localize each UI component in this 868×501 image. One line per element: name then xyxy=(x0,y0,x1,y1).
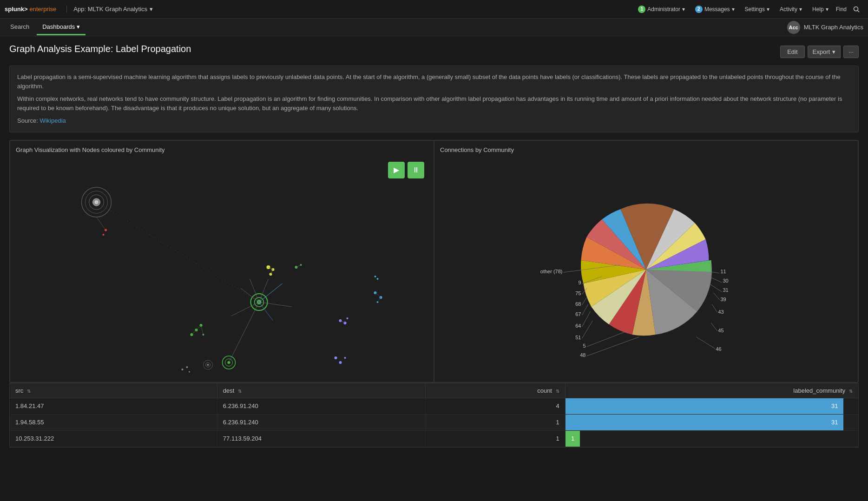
more-button[interactable]: ··· xyxy=(843,46,859,58)
cell-count: 1 xyxy=(426,414,565,430)
cell-src: 10.253.31.222 xyxy=(10,430,217,447)
svg-line-67 xyxy=(697,337,715,349)
source-prefix: Source: xyxy=(17,117,39,124)
pause-icon: ⏸ xyxy=(412,166,420,174)
find-search-button[interactable] xyxy=(849,4,863,14)
pie-label-45: 45 xyxy=(718,328,724,333)
dashboards-tab-arrow: ▾ xyxy=(77,23,80,30)
svg-line-69 xyxy=(587,330,630,347)
pie-label-46: 46 xyxy=(716,346,722,352)
splunk-logo[interactable]: splunk> enterprise xyxy=(5,6,56,13)
svg-rect-2 xyxy=(59,158,385,376)
messages-badge: 2 xyxy=(695,6,703,13)
pie-label-48: 48 xyxy=(580,352,585,358)
col-src[interactable]: src ⇅ xyxy=(10,383,217,398)
svg-point-55 xyxy=(182,369,184,370)
graph-visualization[interactable] xyxy=(16,158,428,376)
svg-point-53 xyxy=(207,364,209,366)
pie-panel-title: Connections by Community xyxy=(440,146,852,153)
svg-point-38 xyxy=(377,278,379,280)
pie-label-75: 75 xyxy=(575,290,581,296)
cell-dest: 6.236.91.240 xyxy=(217,414,425,430)
activity-label: Activity xyxy=(780,6,797,13)
admin-menu-button[interactable]: 1 Administrator ▾ xyxy=(633,3,690,16)
pie-label-9: 9 xyxy=(578,280,581,285)
messages-menu-button[interactable]: 2 Messages ▾ xyxy=(690,3,739,16)
settings-menu-button[interactable]: Settings ▾ xyxy=(740,3,774,15)
table-row: 1.94.58.556.236.91.240131 xyxy=(10,414,858,430)
svg-point-37 xyxy=(375,276,376,277)
avatar: Acc xyxy=(787,21,800,34)
settings-arrow: ▾ xyxy=(767,6,769,13)
svg-point-0 xyxy=(854,7,858,11)
description-para1: Label propagation is a semi-supervised m… xyxy=(17,73,851,91)
pie-label-67: 67 xyxy=(575,311,581,317)
svg-line-64 xyxy=(714,293,720,300)
description-para2: Within complex networks, real networks t… xyxy=(17,94,851,112)
svg-point-50 xyxy=(344,357,346,359)
cell-count: 4 xyxy=(426,398,565,414)
messages-arrow: ▾ xyxy=(732,6,735,13)
pie-panel: Connections by Community xyxy=(434,140,858,382)
help-menu-button[interactable]: Help ▾ xyxy=(808,3,833,15)
svg-point-49 xyxy=(339,361,342,364)
sort-count-icon: ⇅ xyxy=(556,389,559,394)
export-arrow-icon: ▾ xyxy=(832,48,835,55)
help-arrow: ▾ xyxy=(826,6,829,13)
pie-label-43: 43 xyxy=(718,309,724,315)
admin-badge: 1 xyxy=(638,6,645,13)
svg-point-57 xyxy=(189,371,190,372)
svg-point-48 xyxy=(335,356,337,359)
sub-navbar: Search Dashboards ▾ Acc MLTK Graph Analy… xyxy=(0,19,868,36)
svg-line-61 xyxy=(711,272,720,273)
splunk-enterprise-text: enterprise xyxy=(30,6,57,13)
cell-src: 1.94.58.55 xyxy=(10,414,217,430)
app-name-label: App: MLTK Graph Analytics xyxy=(73,6,147,13)
graph-controls: ▶ ⏸ xyxy=(388,162,424,178)
edit-button[interactable]: Edit xyxy=(780,46,804,58)
admin-arrow: ▾ xyxy=(682,6,685,13)
activity-menu-button[interactable]: Activity ▾ xyxy=(775,3,807,15)
pie-label-39: 39 xyxy=(721,297,726,302)
table-row: 10.253.31.22277.113.59.20411 xyxy=(10,430,858,447)
col-community[interactable]: labeled_community ⇅ xyxy=(565,383,858,398)
cell-count: 1 xyxy=(426,430,565,447)
export-button-label: Export xyxy=(813,48,830,55)
description-source: Source: Wikipedia xyxy=(17,116,851,125)
wikipedia-link[interactable]: Wikipedia xyxy=(39,117,66,124)
panel-grid: Graph Visualization with Nodes coloured … xyxy=(9,140,859,383)
cell-community: 31 xyxy=(565,414,858,430)
page-title: Graph Analysis Example: Label Propagatio… xyxy=(9,44,191,54)
sort-src-icon: ⇅ xyxy=(27,389,31,394)
play-icon: ▶ xyxy=(394,165,399,174)
pie-panel-content: 11 30 31 39 43 45 46 48 xyxy=(440,158,852,376)
nav-right-group: 1 Administrator ▾ 2 Messages ▾ Settings … xyxy=(633,3,863,16)
col-dest[interactable]: dest ⇅ xyxy=(217,383,425,398)
play-button[interactable]: ▶ xyxy=(388,162,405,178)
search-tab[interactable]: Search xyxy=(5,20,35,35)
messages-label: Messages xyxy=(704,6,730,13)
dashboards-tab[interactable]: Dashboards ▾ xyxy=(37,20,85,35)
splunk-brand-text: splunk> xyxy=(5,6,28,13)
help-label: Help xyxy=(812,6,824,13)
sort-dest-icon: ⇅ xyxy=(238,389,242,394)
dashboards-tab-label: Dashboards xyxy=(42,23,75,30)
app-title-label: MLTK Graph Analytics xyxy=(804,24,863,31)
export-button[interactable]: Export ▾ xyxy=(808,46,841,58)
pause-button[interactable]: ⏸ xyxy=(408,162,424,178)
cell-dest: 77.113.59.204 xyxy=(217,430,425,447)
app-name-arrow: ▾ xyxy=(150,6,153,13)
cell-src: 1.84.21.47 xyxy=(10,398,217,414)
pie-label-other: other (78) xyxy=(540,269,563,274)
col-community-label: labeled_community xyxy=(793,387,845,394)
graph-panel-content: ▶ ⏸ xyxy=(16,158,428,376)
cell-community: 31 xyxy=(565,398,858,414)
top-navbar: splunk> enterprise App: MLTK Graph Analy… xyxy=(0,0,868,19)
svg-line-65 xyxy=(712,304,717,312)
svg-line-1 xyxy=(858,10,860,12)
pie-label-30: 30 xyxy=(723,278,729,283)
graph-panel: Graph Visualization with Nodes coloured … xyxy=(10,140,434,382)
app-name[interactable]: App: MLTK Graph Analytics ▾ xyxy=(66,6,153,13)
col-count[interactable]: count ⇅ xyxy=(426,383,565,398)
svg-point-56 xyxy=(186,366,188,368)
